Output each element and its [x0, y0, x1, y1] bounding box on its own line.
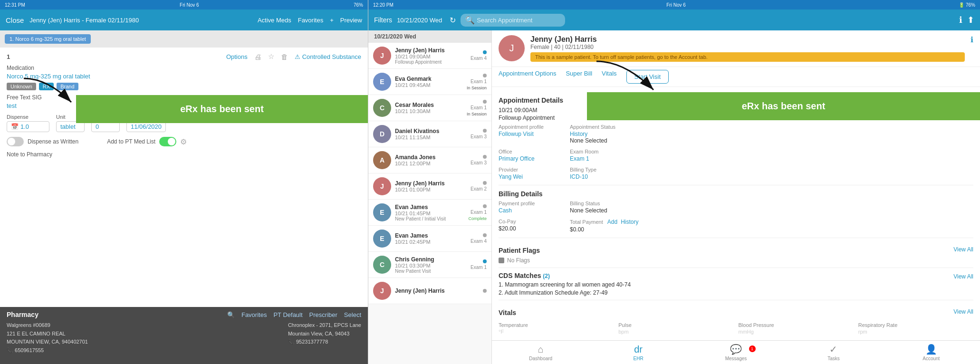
office-value[interactable]: Primary Office [499, 155, 556, 162]
print-icon[interactable]: 🖨 [254, 53, 261, 61]
appt-profile-label: Appointment profile [499, 124, 556, 130]
nav-messages[interactable]: 1 💬 Messages [687, 344, 785, 361]
left-panel: 12:31 PM Fri Nov 6 76% Close Jenny (Jen)… [0, 0, 368, 364]
avatar: E [373, 73, 391, 91]
flags-view-all[interactable]: View All [953, 246, 973, 253]
appointment-list: 10/21/2020 Wed J Jenny (Jen) Harris 10/2… [368, 30, 492, 364]
history-link[interactable]: History [621, 219, 638, 225]
search-input[interactable] [477, 17, 560, 24]
trash-icon[interactable]: 🗑 [281, 53, 288, 61]
rx-content: 1 Options 🖨 ☆ 🗑 ⚠ Controlled Substance e… [0, 48, 368, 307]
nav-tasks[interactable]: ✓ Tasks [785, 344, 882, 361]
billing-row-2: Co-Pay $20.00 Total Payment Add History … [499, 219, 973, 233]
copay-label: Co-Pay [499, 219, 556, 224]
time-right: 12:20 PM [373, 2, 394, 8]
payment-profile-value[interactable]: Cash [499, 207, 556, 214]
select-button[interactable]: Select [344, 311, 361, 318]
tab-super-bill[interactable]: Super Bill [566, 70, 592, 84]
dashboard-icon: ⌂ [538, 344, 544, 355]
provider-field: Provider Yang Wei [499, 167, 556, 180]
dispense-value[interactable]: 📅 1.0 [7, 121, 49, 132]
list-item[interactable]: A Amanda Jones 10/21 12:00PM Exam 3 [368, 147, 491, 173]
patient-flags-header: Patient Flags View All [499, 242, 973, 257]
add-link[interactable]: Add [607, 219, 617, 225]
none-selected-label: None Selected [570, 137, 627, 144]
dispense-as-written-label: Dispense as Written [28, 138, 78, 145]
info-icon-header[interactable]: ℹ [959, 15, 962, 25]
med-tab[interactable]: 1. Norco 6 mg-325 mg oral tablet [5, 34, 91, 44]
date-header: 10/21/2020 Wed [368, 30, 491, 43]
add-button[interactable]: + [330, 17, 334, 24]
copay-field: Co-Pay $20.00 [499, 219, 556, 233]
patient-demo: Female | 40 | 02/11/1980 [530, 44, 965, 50]
med-tab-bar: 1. Norco 6 mg-325 mg oral tablet [0, 30, 368, 48]
tab-appointment-options[interactable]: Appointment Options [499, 70, 556, 84]
prescriber-action[interactable]: Prescriber [309, 311, 337, 318]
active-meds-button[interactable]: Active Meds [258, 17, 291, 24]
billing-status-label: Billing Status [570, 201, 627, 206]
preview-button[interactable]: Preview [340, 17, 362, 24]
billing-type-value[interactable]: ICD-10 [570, 173, 627, 180]
patient-name: Jenny (Jen) Harris [530, 35, 965, 44]
messages-icon: 💬 [730, 344, 742, 355]
gear-icon[interactable]: ⚙ [180, 137, 187, 146]
appt-profile-value[interactable]: Followup Visit [499, 131, 556, 137]
list-item[interactable]: J Jenny (Jen) Harris 10/21 09:00AM Follo… [368, 43, 491, 69]
appt-status-label: Appointment Status [570, 124, 627, 130]
nav-dashboard[interactable]: ⌂ Dashboard [492, 344, 589, 361]
tab-vitals[interactable]: Vitals [602, 70, 617, 84]
nav-account[interactable]: 👤 Account [883, 344, 980, 361]
dispense-as-written-toggle[interactable]: Dispense as Written [7, 137, 78, 146]
prescriber-phone: 📞 95231377778 [288, 338, 361, 346]
favorites-action[interactable]: Favorites [241, 311, 267, 318]
cds-view-all[interactable]: View All [953, 273, 973, 280]
list-item[interactable]: J Jenny (Jen) Harris 10/21 01:00PM Exam … [368, 173, 491, 200]
date-shown: 10/21/2020 Wed [397, 17, 442, 24]
toggle-on-ptmed[interactable] [159, 137, 176, 146]
toggle-row: Dispense as Written Add to PT Med List ⚙ [7, 137, 361, 146]
start-visit-button[interactable]: Start Visit [626, 70, 669, 84]
nav-ehr[interactable]: dr EHR [589, 344, 687, 361]
list-item[interactable]: E Evan James 10/21 01:45PM New Patient /… [368, 200, 491, 226]
exam-room-value[interactable]: Exam 1 [570, 155, 627, 162]
appt-status-value[interactable]: History [570, 131, 627, 137]
pharmacy-search-icon[interactable]: 🔍 [227, 311, 235, 318]
toggle-off-daw[interactable] [7, 137, 24, 146]
share-icon-header[interactable]: ⬆ [967, 15, 974, 25]
list-item[interactable]: C Chris Genning 10/21 03:30PM New Patien… [368, 252, 491, 278]
list-item[interactable]: C Cesar Morales 10/21 10:30AM Exam 1 In … [368, 95, 491, 121]
pt-default-action[interactable]: PT Default [273, 311, 302, 318]
detail-row-provider: Provider Yang Wei Billing Type ICD-10 [499, 167, 973, 180]
prescriber-name: Chronoplex - 2071, EPCS Lane [288, 321, 361, 330]
cds-title: CDS Matches (2) [499, 272, 550, 279]
exam-room-field: Exam Room Exam 1 [570, 149, 627, 162]
add-to-pt-med-label: Add to PT Med List [107, 138, 155, 145]
tag-rx: RX [39, 83, 54, 90]
pharmacy-title: Pharmacy [7, 311, 38, 318]
list-item[interactable]: E Evan James 10/21 02:45PM Exam 4 [368, 226, 491, 252]
right-panel: 12:20 PM Fri Nov 6 🔋 76% Filters 10/21/2… [368, 0, 980, 364]
provider-value[interactable]: Yang Wei [499, 173, 556, 180]
list-item[interactable]: E Eva Genmark 10/21 09:45AM Exam 1 In Se… [368, 69, 491, 95]
appt-status-field: Appointment Status History None Selected [570, 124, 627, 144]
divider4 [499, 300, 973, 300]
search-box: 🔍 [461, 14, 565, 27]
pharmacy-name: Walgreens #00689 [7, 321, 88, 330]
detail-row-office: Office Primary Office Exam Room Exam 1 [499, 149, 973, 162]
options-button[interactable]: Options [226, 53, 248, 60]
vitals-title: Vitals [499, 309, 516, 316]
list-item[interactable]: J Jenny (Jen) Harris [368, 278, 491, 304]
list-item[interactable]: D Daniel Kivatinos 10/21 11:15AM Exam 3 [368, 121, 491, 147]
star-icon[interactable]: ☆ [268, 52, 274, 61]
billing-type-field: Billing Type ICD-10 [570, 167, 627, 180]
filters-button[interactable]: Filters [374, 16, 392, 24]
favorites-button[interactable]: Favorites [298, 17, 323, 24]
close-button[interactable]: Close [6, 16, 24, 24]
status-bar-right: 12:20 PM Fri Nov 6 🔋 76% [368, 0, 980, 10]
refresh-icon[interactable]: ↻ [450, 16, 456, 25]
add-to-pt-med-toggle[interactable]: Add to PT Med List ⚙ [107, 137, 187, 146]
appt-info: Jenny (Jen) Harris 10/21 09:00AM Followu… [395, 47, 471, 65]
vitals-view-all[interactable]: View All [953, 308, 973, 315]
avatar: C [373, 99, 391, 117]
info-icon[interactable]: ℹ [970, 35, 973, 44]
